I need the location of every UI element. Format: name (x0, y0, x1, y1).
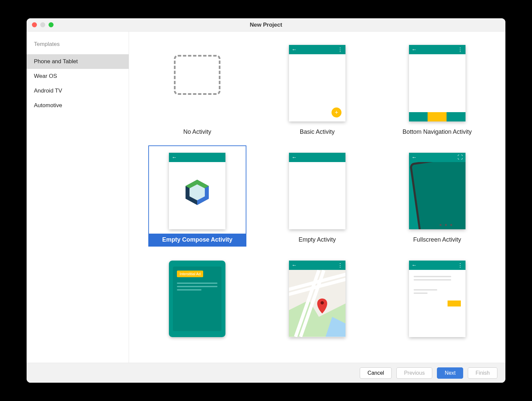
template-empty-activity[interactable]: ← Empty Activity (269, 146, 366, 246)
new-project-window: New Project Templates Phone and Tablet W… (27, 18, 505, 383)
template-label: Basic Activity (269, 126, 366, 138)
minimize-icon[interactable] (40, 22, 45, 27)
template-empty-compose[interactable]: ← Empty Compose Activity (149, 146, 246, 246)
previous-button[interactable]: Previous (396, 367, 432, 379)
fab-add-icon: + (332, 107, 341, 117)
sidebar-header: Templates (27, 38, 129, 54)
template-grid-area: No Activity ←⋮ + Basic Activity (129, 32, 505, 363)
template-bottom-navigation[interactable]: ←⋮ Bottom Navigation Activity (389, 38, 485, 138)
overflow-menu-icon: ⋮ (458, 47, 463, 53)
template-label: Bottom Navigation Activity (389, 126, 485, 138)
back-arrow-icon: ← (292, 47, 297, 53)
template-detail[interactable]: ←⋮ (389, 254, 485, 339)
overflow-menu-icon: ⋮ (337, 262, 343, 269)
sidebar-item-automotive[interactable]: Automotive (27, 98, 129, 113)
template-maps[interactable]: ←⋮ (269, 254, 366, 339)
close-icon[interactable] (32, 22, 37, 27)
titlebar: New Project (27, 18, 505, 32)
next-button[interactable]: Next (437, 367, 463, 379)
sidebar-item-phone-tablet[interactable]: Phone and Tablet (27, 54, 129, 69)
back-arrow-icon: ← (412, 262, 417, 268)
back-arrow-icon: ← (292, 154, 297, 160)
back-arrow-icon: ← (412, 47, 417, 53)
traffic-lights (32, 22, 54, 27)
overflow-menu-icon: ⋮ (458, 262, 463, 269)
window-title: New Project (27, 22, 505, 28)
back-arrow-icon: ← (412, 154, 417, 160)
back-arrow-icon: ← (292, 262, 297, 268)
fullscreen-icon: ⛶ (458, 154, 463, 160)
template-fullscreen[interactable]: ←⛶ Fullscreen Activity (389, 146, 485, 246)
sidebar: Templates Phone and Tablet Wear OS Andro… (27, 32, 129, 363)
dashed-rect-icon (174, 55, 220, 95)
footer: Cancel Previous Next Finish (27, 363, 505, 383)
map-icon (289, 270, 345, 337)
bottom-nav-bar (409, 112, 466, 121)
compose-logo-icon (186, 180, 209, 205)
template-label: Fullscreen Activity (389, 234, 485, 246)
svg-point-7 (321, 301, 324, 304)
template-label: Empty Compose Activity (149, 234, 246, 246)
finish-button[interactable]: Finish (468, 367, 497, 379)
interstitial-badge: Interstitial Ad (177, 271, 203, 277)
template-label: Empty Activity (269, 234, 366, 246)
action-button-icon (448, 301, 461, 306)
overflow-menu-icon: ⋮ (337, 47, 343, 53)
sidebar-item-android-tv[interactable]: Android TV (27, 84, 129, 98)
back-arrow-icon: ← (172, 154, 177, 160)
template-interstitial-ad[interactable]: Interstitial Ad (149, 254, 246, 339)
template-no-activity[interactable]: No Activity (149, 38, 246, 138)
template-label: No Activity (149, 126, 246, 138)
sidebar-item-wear-os[interactable]: Wear OS (27, 69, 129, 84)
template-basic-activity[interactable]: ←⋮ + Basic Activity (269, 38, 366, 138)
zoom-icon[interactable] (49, 22, 54, 27)
cancel-button[interactable]: Cancel (360, 367, 392, 379)
